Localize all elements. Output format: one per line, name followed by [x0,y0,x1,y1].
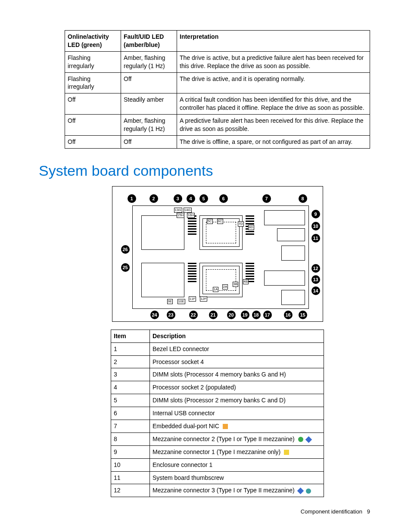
cell-desc: Enclosure connector 1 [150,458,324,471]
callout: 25 [121,263,130,272]
th-description: Description [150,330,324,342]
table-row: Off Amber, flashing regularly (1 Hz) A p… [65,115,370,136]
callout: 7 [262,194,271,203]
board-outline: 13G 14G 15H 16H 5C 6C 7D 8D 1A 2A 3B 4B … [132,205,309,309]
diamond-icon [297,488,304,495]
table-row: 11System board thumbscrew [111,471,324,484]
table-row: 12Mezzanine connector 3 (Type I or Type … [111,484,324,497]
cell: The drive is active, and it is operating… [177,72,370,93]
callout: 3 [174,194,182,203]
cell-desc: DIMM slots (Processor 2 memory banks C a… [150,394,324,407]
th-interpretation: Interpretation [177,31,370,52]
callout: 11 [311,234,320,243]
label: 11F [189,296,196,302]
cell-item: 12 [111,484,150,497]
callout: 23 [167,311,175,319]
led-interpretation-table: Online/activity LED (green) Fault/UID LE… [65,30,370,149]
cell-desc: Internal USB connector [150,407,324,420]
cell-item: 8 [111,432,150,445]
table-row: Flashing irregularly Off The drive is ac… [65,72,370,93]
callout: 20 [227,311,236,319]
cell: Flashing irregularly [65,51,121,72]
mezzanine-2 [264,210,305,225]
cell-item: 3 [111,368,150,381]
callout: 13 [311,275,320,284]
table-row: 10Enclosure connector 1 [111,458,324,471]
table-header-row: Online/activity LED (green) Fault/UID LE… [65,31,370,52]
callout: 1 [128,194,136,203]
table-row: 9Mezzanine connector 1 (Type I mezzanine… [111,445,324,458]
table-row: 3DIMM slots (Processor 4 memory banks G … [111,368,324,381]
cell-desc: Bezel LED connector [150,342,324,355]
cell: Flashing irregularly [65,72,121,93]
label: 9E [167,299,173,304]
cell: Off [65,93,121,115]
square-icon [223,424,228,429]
label: 3B [233,282,239,287]
cell-item: 2 [111,355,150,368]
table-row: Off Steadily amber A critical fault cond… [65,93,370,115]
cell: Off [121,135,177,148]
label: 6C [217,219,223,224]
callout: 18 [252,311,261,319]
cell-item: 11 [111,471,150,484]
table-row: Flashing irregularly Amber, flashing reg… [65,51,370,72]
cell: A critical fault condition has been iden… [177,93,370,115]
cell-item: 7 [111,420,150,433]
cell-item: 6 [111,407,150,420]
callout: 16 [284,311,293,319]
cell-desc: Processor socket 4 [150,355,324,368]
page: Online/activity LED (green) Fault/UID LE… [0,0,411,532]
label: 10E [177,299,185,304]
callout: 24 [150,311,159,319]
table-row: 1Bezel LED connector [111,342,324,355]
processor-socket-1 [199,263,243,297]
processor-socket-4 [141,215,184,250]
label: 1A [213,287,219,292]
label: 12F [200,296,208,302]
th-item: Item [111,330,150,342]
label: 4B [243,279,249,284]
callout: 26 [121,245,130,254]
cell-item: 9 [111,445,150,458]
table-header-row: Item Description [111,330,324,342]
label: 14G [184,208,192,213]
cell-item: 10 [111,458,150,471]
diamond-icon [305,436,312,443]
table-row: 8Mezzanine connector 2 (Type I or Type I… [111,432,324,445]
cell: A predictive failure alert has been rece… [177,115,370,136]
cell-desc: System board thumbscrew [150,471,324,484]
callout: 5 [199,194,208,203]
callout: 22 [189,311,198,319]
footer-section: Component identification [301,508,362,515]
callout: 15 [299,311,307,319]
system-board-diagram: 13G 14G 15H 16H 5C 6C 7D 8D 1A 2A 3B 4B … [112,186,323,322]
label: 8D [248,225,254,230]
cell: Off [65,135,121,148]
label: 5C [207,219,213,224]
callout: 14 [311,286,320,295]
cell-desc: Mezzanine connector 1 (Type I mezzanine … [150,445,324,458]
table-row: 5DIMM slots (Processor 2 memory banks C … [111,394,324,407]
enclosure-connector [281,246,305,261]
cell: Amber, flashing regularly (1 Hz) [121,115,177,136]
callout: 19 [241,311,249,319]
th-fault-uid: Fault/UID LED (amber/blue) [121,31,177,52]
callout: 4 [187,194,195,203]
cell-item: 4 [111,381,150,394]
label: 7D [238,221,244,227]
callout: 21 [209,311,218,319]
circle-icon [306,488,311,494]
cell-desc: Mezzanine connector 3 (Type I or Type II… [150,484,324,497]
dimm-slots-ef [188,263,196,283]
cell: Steadily amber [121,93,177,115]
cell-item: 5 [111,394,150,407]
cell-desc: Embedded dual-port NIC [150,420,324,433]
footer-page: 9 [367,508,370,515]
th-online-activity: Online/activity LED (green) [65,31,121,52]
cell: The drive is offline, a spare, or not co… [177,135,370,148]
circle-icon [298,437,303,442]
diagram-frame: 13G 14G 15H 16H 5C 6C 7D 8D 1A 2A 3B 4B … [112,186,323,322]
table-row: 6Internal USB connector [111,407,324,420]
table-row: 2Processor socket 4 [111,355,324,368]
